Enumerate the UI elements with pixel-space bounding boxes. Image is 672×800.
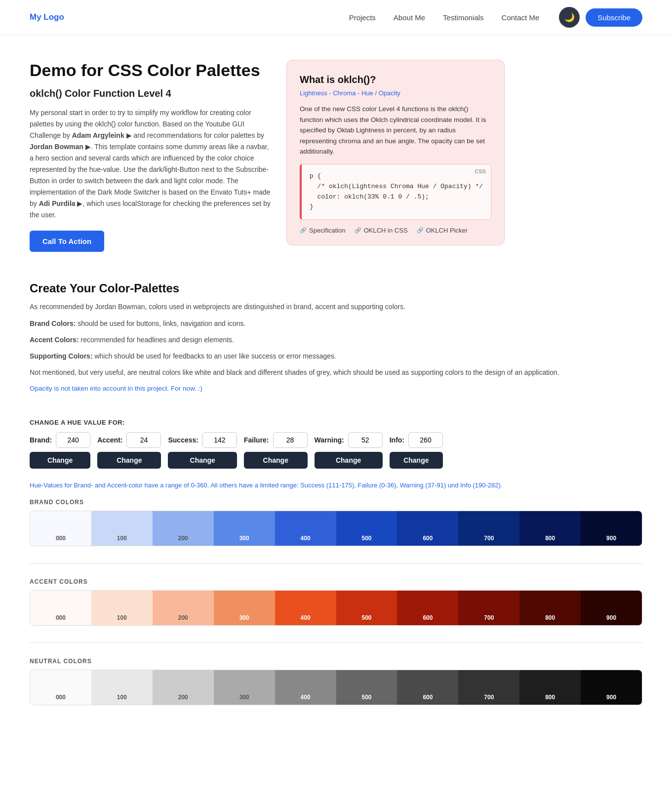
brand-palette-section: BRAND COLORS 000100200300400500600700800… <box>0 489 672 563</box>
palette-cell: 500 <box>336 511 397 546</box>
palette-cell: 100 <box>91 591 153 625</box>
accent-palette-title: ACCENT COLORS <box>30 578 642 585</box>
palette-cell: 000 <box>30 670 91 705</box>
nav-right: 🌙 Subscribe <box>559 7 642 28</box>
accent-desc: recommended for headlines and design ele… <box>80 336 234 344</box>
subscribe-button[interactable]: Subscribe <box>586 8 642 27</box>
brand-divider <box>30 563 642 563</box>
warning-change-button[interactable]: Change <box>315 452 383 469</box>
support-desc: which should be used for feedbacks to an… <box>94 352 336 360</box>
info-hue-input[interactable] <box>408 432 443 448</box>
success-hue-label: Success: <box>168 436 198 444</box>
palette-cell: 100 <box>91 511 153 546</box>
failure-change-button[interactable]: Change <box>244 452 308 469</box>
nav-projects[interactable]: Projects <box>349 13 376 22</box>
nav-testimonials[interactable]: Testimonials <box>443 13 484 22</box>
hue-group-warning: Warning: Change <box>315 432 383 469</box>
hue-section: CHANGE A HUE VALUE FOR: Brand: Change Ac… <box>0 414 672 479</box>
info-card-subtitle: Lightness - Chroma - Hue / Opacity <box>300 89 491 97</box>
palette-cell: 900 <box>581 670 642 705</box>
palette-cell: 200 <box>153 670 214 705</box>
palette-cell: 700 <box>458 591 519 625</box>
info-card-title: What is oklch()? <box>300 74 491 85</box>
failure-hue-input[interactable] <box>273 432 308 448</box>
hero-subtitle: oklch() Color Function Level 4 <box>30 88 272 99</box>
info-card-desc: One of the new CSS color Level 4 functio… <box>300 104 491 157</box>
hue-row-accent: Accent: <box>97 432 161 448</box>
brand-change-button[interactable]: Change <box>30 452 90 469</box>
color-section: Create Your Color-Palettes As recommende… <box>0 272 672 414</box>
hue-group-accent: Accent: Change <box>97 432 161 469</box>
palette-cell: 500 <box>336 670 397 705</box>
info-change-button[interactable]: Change <box>390 452 443 469</box>
palette-cell: 600 <box>397 591 458 625</box>
palette-cell: 600 <box>397 511 458 546</box>
hue-group-info: Info: Change <box>390 432 443 469</box>
card-links: Specification OKLCH in CSS OKLCH Picker <box>300 227 491 234</box>
color-support-desc: Supporting Colors: which should be used … <box>30 351 642 362</box>
dark-mode-toggle[interactable]: 🌙 <box>559 7 580 28</box>
hue-row-success: Success: <box>168 432 237 448</box>
palette-cell: 200 <box>153 511 214 546</box>
palette-cell: 800 <box>519 591 581 625</box>
hue-row-warning: Warning: <box>315 432 383 448</box>
link-oklch-css[interactable]: OKLCH in CSS <box>355 227 408 234</box>
palette-cell: 200 <box>153 591 214 625</box>
neutral-note: Not mentioned, but very useful, are neut… <box>30 367 642 378</box>
palette-cell: 300 <box>214 511 275 546</box>
hue-row-info: Info: <box>390 432 443 448</box>
hue-group-success: Success: Change <box>168 432 237 469</box>
hue-controls-container: Brand: Change Accent: Change Success: Ch… <box>30 432 642 469</box>
palette-cell: 300 <box>214 670 275 705</box>
neutral-palette-row: 000100200300400500600700800900 <box>30 670 642 705</box>
hue-note: Hue-Values for Brand- and Accent-color h… <box>0 481 672 489</box>
hero-section: Demo for CSS Color Palettes oklch() Colo… <box>0 35 672 272</box>
accent-label: Accent Colors: <box>30 336 79 344</box>
success-hue-input[interactable] <box>202 432 237 448</box>
palette-cell: 000 <box>30 511 91 546</box>
accent-palette-row: 000100200300400500600700800900 <box>30 590 642 626</box>
accent-palette-section: ACCENT COLORS 00010020030040050060070080… <box>0 568 672 642</box>
palette-cell: 400 <box>275 670 336 705</box>
palette-cell: 600 <box>397 670 458 705</box>
hero-body: My personal start in order to try to sim… <box>30 107 272 221</box>
code-label: CSS <box>474 168 486 174</box>
logo[interactable]: My Logo <box>30 12 64 22</box>
nav-contact[interactable]: Contact Me <box>502 13 540 22</box>
color-intro: As recommended by Jordan Bowman, colors … <box>30 301 642 313</box>
hue-section-label: CHANGE A HUE VALUE FOR: <box>30 419 642 426</box>
accent-hue-label: Accent: <box>97 436 122 444</box>
hue-row-failure: Failure: <box>244 432 308 448</box>
opacity-note: Opacity is not taken into account in thi… <box>30 383 642 394</box>
color-accent-desc: Accent Colors: recommended for headlines… <box>30 334 642 346</box>
palette-cell: 700 <box>458 511 519 546</box>
palette-cell: 800 <box>519 670 581 705</box>
warning-hue-input[interactable] <box>348 432 383 448</box>
color-brand-desc: Brand Colors: should be used for buttons… <box>30 318 642 329</box>
nav-about[interactable]: About Me <box>394 13 425 22</box>
brand-palette-row: 000100200300400500600700800900 <box>30 511 642 546</box>
nav-links: Projects About Me Testimonials Contact M… <box>349 13 540 22</box>
palette-cell: 100 <box>91 670 153 705</box>
link-oklch-picker[interactable]: OKLCH Picker <box>417 227 468 234</box>
color-section-title: Create Your Color-Palettes <box>30 281 642 295</box>
brand-hue-input[interactable] <box>56 432 90 448</box>
info-card: What is oklch()? Lightness - Chroma - Hu… <box>286 60 505 245</box>
hue-group-failure: Failure: Change <box>244 432 308 469</box>
cta-button[interactable]: Call To Action <box>30 231 104 252</box>
neutral-palette-title: NEUTRAL COLORS <box>30 658 642 665</box>
success-change-button[interactable]: Change <box>168 452 237 469</box>
palette-cell: 400 <box>275 591 336 625</box>
hue-row-brand: Brand: <box>30 432 90 448</box>
link-specification[interactable]: Specification <box>300 227 346 234</box>
brand-palette-title: BRAND COLORS <box>30 499 642 506</box>
accent-change-button[interactable]: Change <box>97 452 161 469</box>
hero-title: Demo for CSS Color Palettes <box>30 60 272 81</box>
palette-cell: 900 <box>581 511 642 546</box>
palette-cell: 900 <box>581 591 642 625</box>
code-content: p { /* oklch(Lightness Chroma Hue / Opac… <box>310 171 483 212</box>
accent-hue-input[interactable] <box>126 432 161 448</box>
accent-divider <box>30 642 642 643</box>
palette-cell: 800 <box>519 511 581 546</box>
brand-desc: should be used for buttons, links, navig… <box>78 320 245 327</box>
